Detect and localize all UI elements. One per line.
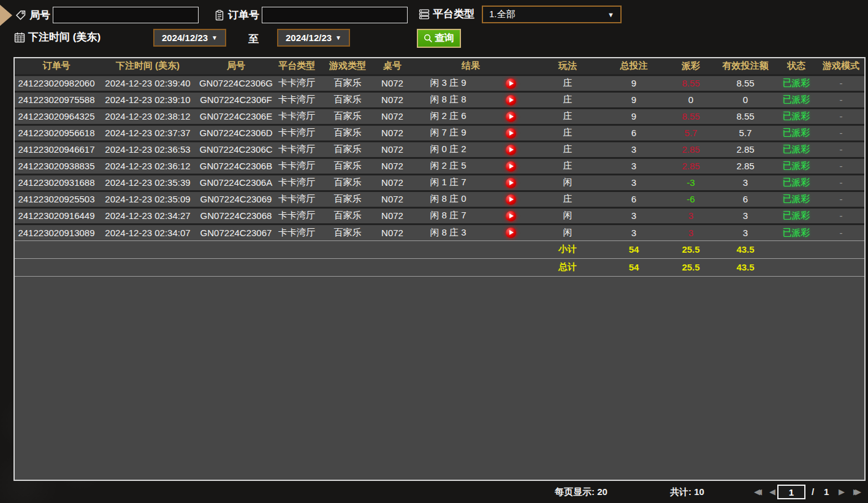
order-input[interactable] bbox=[262, 7, 408, 23]
cell-order-number: 241223020946617 bbox=[15, 141, 98, 158]
cell-bet-time: 2024-12-23 02:38:12 bbox=[98, 108, 197, 125]
cell-total-bet: 3 bbox=[602, 158, 666, 174]
play-icon[interactable] bbox=[506, 178, 516, 188]
server-stack-icon bbox=[418, 8, 430, 20]
cell-payout: 8.55 bbox=[666, 108, 716, 125]
cell-bet-time: 2024-12-23 02:37:37 bbox=[98, 125, 197, 141]
date-from-select[interactable]: 2024/12/23 ▼ bbox=[153, 29, 226, 47]
cell-bet-time: 2024-12-23 02:35:09 bbox=[98, 191, 197, 207]
cell-replay bbox=[488, 125, 533, 141]
cell-round-number: GN07224C2306G bbox=[197, 75, 275, 91]
subtotal-row: 小计5425.543.5 bbox=[15, 240, 864, 258]
cell-game-type: 百家乐 bbox=[319, 141, 376, 158]
first-page-button[interactable]: ◀◀ bbox=[754, 484, 762, 500]
cell-status: 已派彩 bbox=[775, 141, 818, 158]
round-filter: 局号 bbox=[15, 7, 199, 23]
play-icon[interactable] bbox=[506, 228, 516, 238]
cell-game-type: 百家乐 bbox=[319, 108, 376, 125]
subtotal-end-spacer bbox=[775, 240, 864, 258]
subtotal-label: 小计 bbox=[533, 240, 602, 258]
play-icon[interactable] bbox=[506, 211, 516, 221]
cell-result: 闲 2 庄 6 bbox=[408, 108, 488, 125]
cell-status: 已派彩 bbox=[775, 224, 818, 240]
subtotal-spacer bbox=[15, 240, 533, 258]
cell-platform: 卡卡湾厅 bbox=[275, 174, 319, 191]
cell-total-bet: 6 bbox=[602, 191, 666, 207]
cell-platform: 卡卡湾厅 bbox=[275, 191, 319, 207]
column-header-10: 派彩 bbox=[666, 58, 716, 75]
round-input[interactable] bbox=[53, 7, 199, 23]
date-to-value: 2024/12/23 bbox=[286, 33, 332, 43]
chevron-down-icon: ▼ bbox=[607, 11, 614, 18]
platform-select[interactable]: 1.全部 ▼ bbox=[482, 6, 622, 23]
cell-game-mode: - bbox=[818, 207, 864, 224]
bet-records-table: 订单号下注时间 (美东)局号平台类型游戏类型桌号结果玩法总投注派彩有效投注额状态… bbox=[15, 58, 864, 276]
cell-status: 已派彩 bbox=[775, 191, 818, 207]
play-icon[interactable] bbox=[506, 194, 516, 205]
cell-round-number: GN07224C2306A bbox=[197, 174, 275, 191]
column-header-4: 平台类型 bbox=[275, 58, 319, 75]
record-count-label: 共计: 10 bbox=[670, 484, 704, 500]
cell-result: 闲 8 庄 0 bbox=[408, 191, 488, 207]
cell-valid-bet: 2.85 bbox=[716, 158, 775, 174]
table-row: 2412230209466172024-12-23 02:36:53GN0722… bbox=[15, 141, 864, 158]
total-total-bet: 54 bbox=[602, 258, 666, 276]
cell-platform: 卡卡湾厅 bbox=[275, 158, 319, 174]
cell-status: 已派彩 bbox=[775, 91, 818, 108]
cell-table-number: N072 bbox=[376, 224, 408, 240]
cell-total-bet: 3 bbox=[602, 224, 666, 240]
query-button[interactable]: 查询 bbox=[417, 29, 461, 48]
play-icon[interactable] bbox=[506, 95, 516, 106]
cell-game-mode: - bbox=[818, 224, 864, 240]
column-header-5: 游戏类型 bbox=[319, 58, 376, 75]
per-page-value: 20 bbox=[597, 486, 607, 497]
page-number-input[interactable] bbox=[777, 485, 805, 499]
cell-total-bet: 9 bbox=[602, 75, 666, 91]
last-page-button[interactable]: ▶▶ bbox=[853, 484, 861, 500]
cell-valid-bet: 2.85 bbox=[716, 141, 775, 158]
cell-order-number: 241223020982060 bbox=[15, 75, 98, 91]
cell-table-number: N072 bbox=[376, 125, 408, 141]
subtotal-valid-bet: 43.5 bbox=[716, 240, 775, 258]
cell-bet-time: 2024-12-23 02:39:10 bbox=[98, 91, 197, 108]
cell-payout: 2.85 bbox=[666, 141, 716, 158]
cell-result: 闲 0 庄 2 bbox=[408, 141, 488, 158]
cell-play-type: 庄 bbox=[533, 91, 602, 108]
cell-round-number: GN07224C2306B bbox=[197, 158, 275, 174]
play-icon[interactable] bbox=[506, 161, 516, 172]
cell-replay bbox=[488, 191, 533, 207]
cell-bet-time: 2024-12-23 02:36:53 bbox=[98, 141, 197, 158]
total-end-spacer bbox=[775, 258, 864, 276]
cell-round-number: GN07224C2306E bbox=[197, 108, 275, 125]
play-icon[interactable] bbox=[506, 79, 516, 89]
bet-time-filter: 下注时间 (美东) bbox=[13, 30, 101, 44]
cell-total-bet: 3 bbox=[602, 141, 666, 158]
play-icon[interactable] bbox=[506, 112, 516, 122]
cell-order-number: 241223020916449 bbox=[15, 207, 98, 224]
cell-status: 已派彩 bbox=[775, 75, 818, 91]
total-pages: 1 bbox=[824, 484, 829, 500]
cell-game-mode: - bbox=[818, 191, 864, 207]
calendar-icon bbox=[13, 31, 26, 44]
platform-filter: 平台类型 bbox=[418, 7, 474, 21]
next-page-button[interactable]: ▶ bbox=[839, 484, 845, 500]
cell-table-number: N072 bbox=[376, 174, 408, 191]
cell-round-number: GN07224C23067 bbox=[197, 224, 275, 240]
cell-play-type: 庄 bbox=[533, 75, 602, 91]
date-to-select[interactable]: 2024/12/23 ▼ bbox=[277, 29, 350, 47]
cell-payout: -3 bbox=[666, 174, 716, 191]
cell-platform: 卡卡湾厅 bbox=[275, 141, 319, 158]
table-row: 2412230209316882024-12-23 02:35:39GN0722… bbox=[15, 174, 864, 191]
play-icon[interactable] bbox=[506, 128, 516, 139]
filter-bar: 局号 订单号 平台类型 1.全部 ▼ 下注时间 (美东) 2024/12/23 … bbox=[0, 0, 868, 57]
cell-status: 已派彩 bbox=[775, 158, 818, 174]
cell-order-number: 241223020913089 bbox=[15, 224, 98, 240]
prev-page-button[interactable]: ◀ bbox=[769, 484, 775, 500]
subtotal-payout: 25.5 bbox=[666, 240, 716, 258]
order-filter: 订单号 bbox=[213, 7, 408, 23]
cell-payout: 8.55 bbox=[666, 75, 716, 91]
play-icon[interactable] bbox=[506, 145, 516, 155]
cell-game-type: 百家乐 bbox=[319, 75, 376, 91]
cell-replay bbox=[488, 158, 533, 174]
cell-table-number: N072 bbox=[376, 141, 408, 158]
